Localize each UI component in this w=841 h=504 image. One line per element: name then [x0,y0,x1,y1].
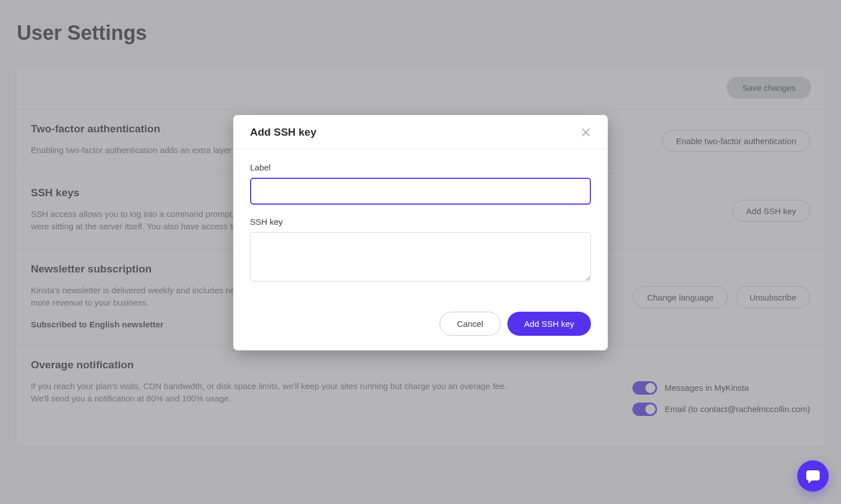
label-input[interactable] [250,178,591,205]
submit-add-ssh-key-button[interactable]: Add SSH key [507,312,591,336]
modal-body: Label SSH key [233,149,608,299]
label-group: Label [250,163,591,205]
sshkey-field-label: SSH key [250,217,591,226]
modal-overlay[interactable]: Add SSH key Label SSH key [0,0,841,504]
label-field-label: Label [250,163,591,172]
settings-page: User Settings Save changes Two-factor au… [0,0,841,504]
sshkey-textarea[interactable] [250,232,591,281]
cancel-button[interactable]: Cancel [440,312,501,336]
add-ssh-key-modal: Add SSH key Label SSH key [233,115,608,350]
modal-title: Add SSH key [250,126,316,138]
modal-header: Add SSH key [233,115,608,149]
sshkey-group: SSH key [250,217,591,284]
chat-launcher-icon[interactable] [797,460,829,492]
close-icon[interactable] [581,127,591,137]
modal-footer: Cancel Add SSH key [233,299,608,350]
